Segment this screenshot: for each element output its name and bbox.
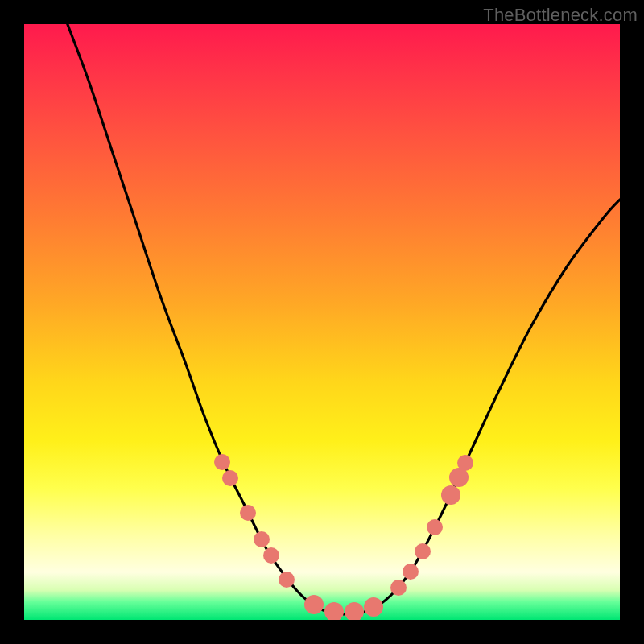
curve-marker bbox=[254, 531, 270, 547]
curve-marker bbox=[345, 602, 364, 620]
marker-group bbox=[214, 454, 473, 620]
curve-marker bbox=[427, 519, 443, 535]
curve-marker bbox=[222, 470, 238, 486]
curve-marker bbox=[214, 454, 230, 470]
curve-marker bbox=[441, 485, 460, 505]
curve-marker bbox=[415, 543, 431, 559]
curve-marker bbox=[304, 595, 324, 614]
curve-marker bbox=[364, 597, 383, 617]
curve-marker bbox=[390, 580, 407, 596]
curve-layer bbox=[24, 24, 620, 620]
curve-marker bbox=[263, 547, 279, 564]
watermark-label: TheBottleneck.com bbox=[483, 5, 638, 26]
curve-marker bbox=[402, 564, 419, 580]
curve-marker bbox=[240, 505, 256, 521]
bottleneck-curve bbox=[64, 24, 620, 614]
curve-marker bbox=[457, 455, 473, 471]
curve-marker bbox=[279, 572, 295, 588]
curve-marker bbox=[324, 602, 344, 620]
chart-frame: TheBottleneck.com bbox=[0, 0, 644, 644]
plot-area bbox=[24, 24, 620, 620]
